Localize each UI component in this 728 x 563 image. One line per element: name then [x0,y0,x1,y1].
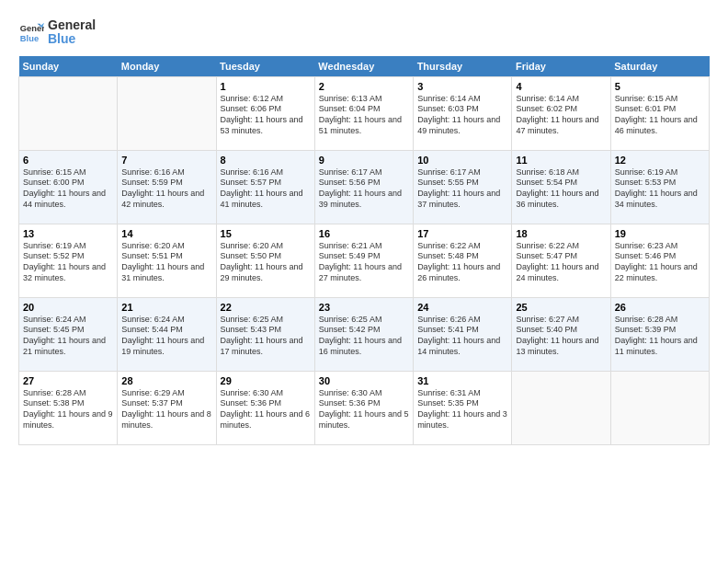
day-number: 26 [615,302,705,313]
calendar-cell: 8Sunrise: 6:16 AMSunset: 5:57 PMDaylight… [216,150,314,224]
calendar-cell: 2Sunrise: 6:13 AMSunset: 6:04 PMDaylight… [314,76,413,150]
day-info: Sunrise: 6:31 AMSunset: 5:35 PMDaylight:… [417,388,507,431]
calendar-cell: 1Sunrise: 6:12 AMSunset: 6:06 PMDaylight… [216,76,314,150]
calendar-cell: 25Sunrise: 6:27 AMSunset: 5:40 PMDayligh… [512,297,610,371]
calendar-cell: 12Sunrise: 6:19 AMSunset: 5:53 PMDayligh… [610,150,709,224]
day-number: 17 [417,228,507,239]
day-number: 4 [516,81,606,92]
day-info: Sunrise: 6:17 AMSunset: 5:56 PMDaylight:… [319,167,409,211]
day-info: Sunrise: 6:25 AMSunset: 5:42 PMDaylight:… [319,315,409,358]
day-info: Sunrise: 6:17 AMSunset: 5:55 PMDaylight:… [417,167,507,211]
day-number: 8 [221,155,311,166]
day-info: Sunrise: 6:29 AMSunset: 5:37 PMDaylight:… [121,388,211,431]
calendar-cell [512,371,610,444]
day-number: 21 [121,302,211,313]
day-number: 14 [121,228,211,239]
day-info: Sunrise: 6:14 AMSunset: 6:03 PMDaylight:… [417,94,507,137]
calendar-cell: 7Sunrise: 6:16 AMSunset: 5:59 PMDaylight… [118,150,216,224]
day-number: 16 [319,228,409,239]
day-info: Sunrise: 6:30 AMSunset: 5:36 PMDaylight:… [319,388,409,431]
day-info: Sunrise: 6:28 AMSunset: 5:39 PMDaylight:… [615,315,705,358]
calendar-cell: 23Sunrise: 6:25 AMSunset: 5:42 PMDayligh… [314,297,413,371]
day-number: 28 [121,375,211,386]
column-header-thursday: Thursday [414,56,512,77]
day-number: 22 [221,302,311,313]
calendar-cell: 15Sunrise: 6:20 AMSunset: 5:50 PMDayligh… [216,224,314,297]
day-number: 13 [23,228,113,239]
column-header-saturday: Saturday [610,56,709,77]
day-info: Sunrise: 6:22 AMSunset: 5:47 PMDaylight:… [516,241,606,284]
calendar-cell: 27Sunrise: 6:28 AMSunset: 5:38 PMDayligh… [19,371,118,444]
calendar-cell: 31Sunrise: 6:31 AMSunset: 5:35 PMDayligh… [414,371,512,444]
calendar-cell [19,76,118,150]
calendar-cell [610,371,709,444]
calendar-cell: 17Sunrise: 6:22 AMSunset: 5:48 PMDayligh… [414,224,512,297]
day-number: 25 [516,302,606,313]
calendar-cell: 24Sunrise: 6:26 AMSunset: 5:41 PMDayligh… [414,297,512,371]
calendar-cell: 19Sunrise: 6:23 AMSunset: 5:46 PMDayligh… [610,224,709,297]
day-info: Sunrise: 6:20 AMSunset: 5:51 PMDaylight:… [121,241,211,284]
day-number: 11 [516,155,606,166]
day-info: Sunrise: 6:23 AMSunset: 5:46 PMDaylight:… [615,241,705,284]
day-info: Sunrise: 6:25 AMSunset: 5:43 PMDaylight:… [221,315,311,358]
page-header: General Blue GeneralBlue [18,18,710,47]
calendar-cell: 10Sunrise: 6:17 AMSunset: 5:55 PMDayligh… [414,150,512,224]
day-info: Sunrise: 6:16 AMSunset: 5:59 PMDaylight:… [121,167,211,211]
day-info: Sunrise: 6:13 AMSunset: 6:04 PMDaylight:… [319,94,409,137]
day-number: 27 [23,375,113,386]
logo-text: GeneralBlue [48,18,96,47]
day-info: Sunrise: 6:19 AMSunset: 5:52 PMDaylight:… [23,241,113,284]
day-number: 24 [417,302,507,313]
column-header-sunday: Sunday [19,56,118,77]
day-number: 3 [417,81,507,92]
calendar-cell: 11Sunrise: 6:18 AMSunset: 5:54 PMDayligh… [512,150,610,224]
day-info: Sunrise: 6:28 AMSunset: 5:38 PMDaylight:… [23,388,113,431]
day-number: 6 [23,155,113,166]
day-number: 12 [615,155,705,166]
day-info: Sunrise: 6:12 AMSunset: 6:06 PMDaylight:… [221,94,311,137]
calendar-table: SundayMondayTuesdayWednesdayThursdayFrid… [18,56,710,445]
column-header-tuesday: Tuesday [216,56,314,77]
day-number: 31 [417,375,507,386]
day-info: Sunrise: 6:26 AMSunset: 5:41 PMDaylight:… [417,315,507,358]
calendar-cell: 26Sunrise: 6:28 AMSunset: 5:39 PMDayligh… [610,297,709,371]
calendar-cell: 3Sunrise: 6:14 AMSunset: 6:03 PMDaylight… [414,76,512,150]
day-info: Sunrise: 6:24 AMSunset: 5:45 PMDaylight:… [23,315,113,358]
column-header-wednesday: Wednesday [314,56,413,77]
day-info: Sunrise: 6:19 AMSunset: 5:53 PMDaylight:… [615,167,705,211]
column-header-monday: Monday [118,56,216,77]
day-info: Sunrise: 6:24 AMSunset: 5:44 PMDaylight:… [121,315,211,358]
calendar-cell: 29Sunrise: 6:30 AMSunset: 5:36 PMDayligh… [216,371,314,444]
calendar-cell: 6Sunrise: 6:15 AMSunset: 6:00 PMDaylight… [19,150,118,224]
day-info: Sunrise: 6:21 AMSunset: 5:49 PMDaylight:… [319,241,409,284]
day-number: 29 [221,375,311,386]
day-number: 23 [319,302,409,313]
day-number: 15 [221,228,311,239]
day-info: Sunrise: 6:22 AMSunset: 5:48 PMDaylight:… [417,241,507,284]
calendar-cell [118,76,216,150]
day-number: 20 [23,302,113,313]
logo: General Blue GeneralBlue [18,18,96,47]
day-number: 5 [615,81,705,92]
day-info: Sunrise: 6:16 AMSunset: 5:57 PMDaylight:… [221,167,311,211]
day-number: 19 [615,228,705,239]
calendar-cell: 13Sunrise: 6:19 AMSunset: 5:52 PMDayligh… [19,224,118,297]
calendar-cell: 28Sunrise: 6:29 AMSunset: 5:37 PMDayligh… [118,371,216,444]
day-number: 10 [417,155,507,166]
day-info: Sunrise: 6:15 AMSunset: 6:01 PMDaylight:… [615,94,705,137]
calendar-cell: 14Sunrise: 6:20 AMSunset: 5:51 PMDayligh… [118,224,216,297]
calendar-cell: 16Sunrise: 6:21 AMSunset: 5:49 PMDayligh… [314,224,413,297]
calendar-cell: 4Sunrise: 6:14 AMSunset: 6:02 PMDaylight… [512,76,610,150]
day-info: Sunrise: 6:27 AMSunset: 5:40 PMDaylight:… [516,315,606,358]
svg-text:Blue: Blue [20,35,39,44]
day-number: 2 [319,81,409,92]
calendar-cell: 22Sunrise: 6:25 AMSunset: 5:43 PMDayligh… [216,297,314,371]
day-number: 7 [121,155,211,166]
calendar-cell: 20Sunrise: 6:24 AMSunset: 5:45 PMDayligh… [19,297,118,371]
calendar-cell: 18Sunrise: 6:22 AMSunset: 5:47 PMDayligh… [512,224,610,297]
day-number: 1 [221,81,311,92]
logo-icon: General Blue [18,19,44,45]
calendar-cell: 5Sunrise: 6:15 AMSunset: 6:01 PMDaylight… [610,76,709,150]
day-info: Sunrise: 6:18 AMSunset: 5:54 PMDaylight:… [516,167,606,211]
calendar-cell: 21Sunrise: 6:24 AMSunset: 5:44 PMDayligh… [118,297,216,371]
